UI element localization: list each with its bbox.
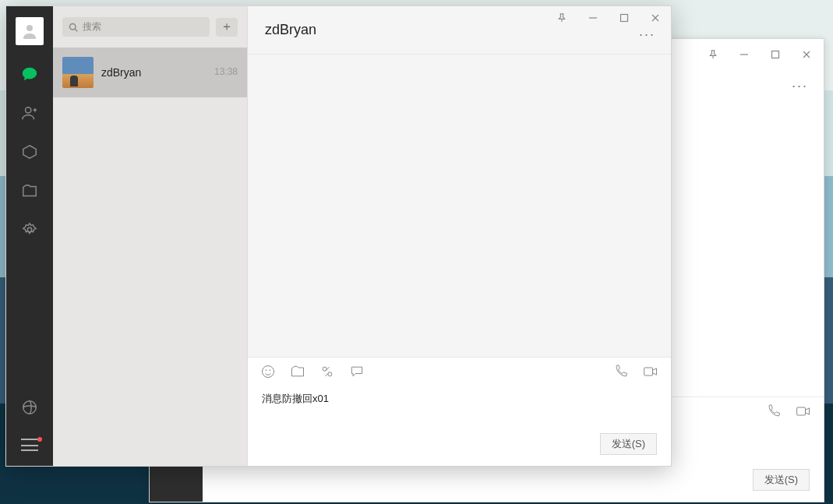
chat-header: zdBryan ··· — [248, 6, 671, 55]
message-area[interactable] — [248, 55, 671, 357]
svg-point-6 — [70, 23, 76, 30]
conversation-name: zdBryan — [101, 66, 141, 79]
minimize-button[interactable] — [729, 43, 760, 66]
input-area: 消息防撤回x01 发送(S) — [248, 357, 671, 466]
svg-point-2 — [26, 25, 33, 31]
search-row: 搜索 ＋ — [53, 6, 247, 48]
voice-call-icon[interactable] — [766, 404, 782, 422]
conversation-avatar — [62, 57, 94, 88]
wechat-window-primary: 搜索 ＋ zdBryan 13:38 zdBryan — [5, 5, 672, 467]
send-button[interactable]: 发送(S) — [753, 469, 810, 491]
svg-point-8 — [263, 366, 274, 378]
chat-history-icon[interactable] — [349, 364, 365, 382]
svg-rect-0 — [772, 51, 779, 58]
search-placeholder: 搜索 — [83, 20, 101, 33]
video-call-icon[interactable] — [796, 404, 811, 422]
favorites-tab[interactable] — [19, 142, 40, 162]
add-button[interactable]: ＋ — [216, 18, 238, 37]
voice-call-icon[interactable] — [613, 364, 629, 382]
conversation-meta: zdBryan 13:38 — [101, 66, 238, 79]
file-icon[interactable] — [290, 364, 305, 382]
chat-more-button[interactable]: ··· — [639, 26, 655, 43]
chat-title: zdBryan — [265, 22, 316, 38]
hamburger-icon — [21, 439, 38, 451]
maximize-button[interactable] — [760, 43, 791, 66]
more-button[interactable]: ··· — [792, 78, 808, 94]
maximize-button[interactable] — [609, 6, 640, 30]
svg-rect-1 — [797, 407, 806, 415]
files-tab[interactable] — [19, 181, 40, 201]
more-icon: ··· — [639, 26, 655, 42]
svg-rect-13 — [644, 368, 653, 375]
search-input[interactable]: 搜索 — [62, 17, 210, 37]
emoji-icon[interactable] — [260, 364, 276, 382]
svg-point-5 — [23, 401, 37, 414]
minimize-button[interactable] — [577, 6, 609, 30]
svg-point-10 — [270, 370, 271, 372]
plus-icon: ＋ — [221, 19, 233, 35]
svg-point-3 — [26, 107, 31, 113]
sidebar — [6, 6, 53, 466]
message-input[interactable]: 消息防撤回x01 — [248, 389, 671, 409]
screenshot-icon[interactable] — [319, 364, 335, 382]
pin-button[interactable] — [546, 6, 577, 30]
send-button[interactable]: 发送(S) — [600, 433, 657, 455]
menu-button[interactable] — [19, 435, 40, 455]
conversation-item[interactable]: zdBryan 13:38 — [53, 48, 247, 97]
chats-tab[interactable] — [19, 64, 40, 84]
svg-rect-7 — [621, 15, 628, 22]
close-button[interactable] — [791, 43, 822, 66]
conversation-list: 搜索 ＋ zdBryan 13:38 — [53, 6, 248, 466]
pin-button[interactable] — [697, 43, 729, 66]
video-call-icon[interactable] — [643, 364, 658, 382]
search-icon — [69, 23, 78, 32]
input-toolbar — [248, 358, 671, 389]
conversation-time: 13:38 — [214, 66, 238, 77]
miniprograms-tab[interactable] — [19, 220, 40, 240]
moments-tab[interactable] — [19, 397, 40, 418]
svg-point-9 — [266, 370, 267, 372]
more-icon: ··· — [792, 78, 808, 93]
chat-panel: zdBryan ··· — [248, 6, 671, 466]
contacts-tab[interactable] — [19, 103, 40, 123]
user-avatar[interactable] — [16, 17, 44, 45]
